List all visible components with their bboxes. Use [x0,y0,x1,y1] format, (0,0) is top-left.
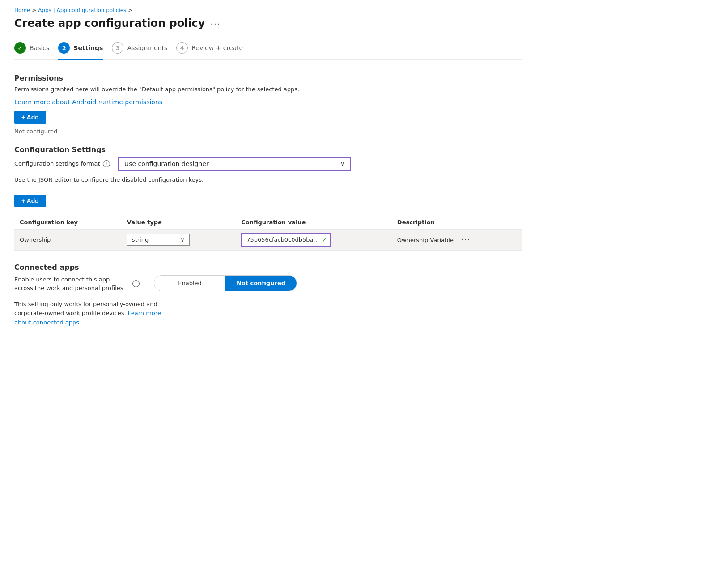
toggle-not-configured[interactable]: Not configured [225,276,297,291]
col-header-description: Description [392,215,522,230]
json-hint: Use the JSON editor to configure the dis… [14,176,522,183]
config-settings-title: Configuration Settings [14,145,522,154]
step-assignments[interactable]: 3 Assignments [112,42,176,59]
permissions-add-button[interactable]: + Add [14,111,46,124]
step-assignments-label: Assignments [127,44,167,51]
config-table: Configuration key Value type Configurati… [14,215,522,251]
col-header-key: Configuration key [14,215,122,230]
value-type-dropdown[interactable]: string ∨ [127,234,190,246]
col-header-config-value: Configuration value [236,215,392,230]
permissions-title: Permissions [14,74,522,82]
connected-apps-label: Enable users to connect this app across … [14,275,140,293]
config-value-input[interactable]: 75b656cfacb0c0db5ba... ✓ [241,233,331,247]
connected-apps-title: Connected apps [14,263,522,272]
permissions-learn-more[interactable]: Learn more about Android runtime permiss… [14,98,162,106]
permissions-description: Permissions granted here will override t… [14,85,522,94]
step-settings[interactable]: 2 Settings [58,42,112,59]
breadcrumb-apps[interactable]: Apps | App configuration policies [38,7,126,13]
row-description: Ownership Variable ··· [392,229,522,250]
step-basics[interactable]: ✓ Basics [14,42,58,59]
breadcrumb: Home > Apps | App configuration policies… [14,7,522,13]
col-header-value-type: Value type [122,215,236,230]
wizard-steps: ✓ Basics 2 Settings 3 Assignments 4 Revi… [14,42,522,60]
permissions-section: Permissions Permissions granted here wil… [14,74,522,135]
page-title-row: Create app configuration policy ··· [14,17,522,30]
configuration-settings-section: Configuration Settings Configuration set… [14,145,522,251]
toggle-enabled[interactable]: Enabled [154,276,225,291]
toggle-switch[interactable]: Enabled Not configured [154,275,297,291]
row-value-type: string ∨ [122,229,236,250]
page-title: Create app configuration policy [14,17,205,30]
step-basics-circle: ✓ [14,42,26,54]
connected-apps-hint: This setting only works for personally-o… [14,300,175,328]
step-basics-label: Basics [30,44,49,51]
step-settings-circle: 2 [58,42,70,54]
connected-apps-section: Connected apps Enable users to connect t… [14,263,522,328]
row-key: Ownership [14,229,122,250]
table-row: Ownership string ∨ 75b656cfacb0c0db5ba..… [14,229,522,250]
step-review-create[interactable]: 4 Review + create [176,42,252,59]
row-config-value: 75b656cfacb0c0db5ba... ✓ [236,229,392,250]
row-more-button[interactable]: ··· [461,235,470,244]
permissions-not-configured: Not configured [14,128,522,135]
format-label: Configuration settings format i [14,160,113,167]
check-icon: ✓ [322,236,327,243]
chevron-down-icon: ∨ [180,236,185,243]
breadcrumb-home[interactable]: Home [14,7,30,13]
format-row: Configuration settings format i Use conf… [14,157,522,171]
step-assignments-circle: 3 [112,42,123,54]
config-add-button[interactable]: + Add [14,195,46,207]
step-settings-label: Settings [73,44,103,51]
ellipsis-button[interactable]: ··· [210,18,221,29]
step-review-label: Review + create [191,44,243,51]
chevron-down-icon: ∨ [340,161,344,167]
config-format-dropdown[interactable]: Use configuration designer ∨ [118,157,351,171]
connected-apps-row: Enable users to connect this app across … [14,275,522,293]
format-info-icon[interactable]: i [103,160,110,167]
connected-apps-info-icon[interactable]: i [132,280,140,287]
step-review-circle: 4 [176,42,188,54]
